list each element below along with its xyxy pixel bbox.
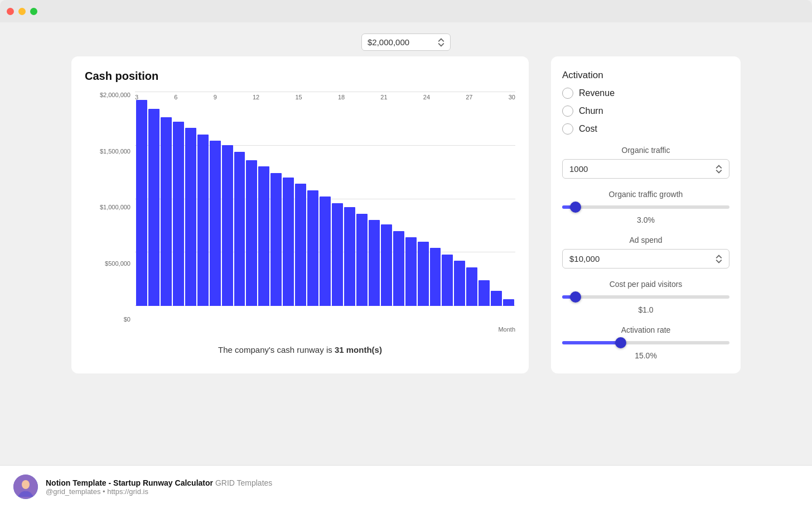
chart-area: $2,000,000 $1,500,000 $1,000,000 $500,00… (85, 92, 515, 334)
bar-25 (430, 248, 441, 306)
radio-label-churn: Churn (579, 106, 603, 116)
organic-traffic-growth-section: Organic traffic growth 3.0% (562, 190, 729, 224)
bar-23 (405, 237, 417, 306)
bar-19 (356, 214, 368, 306)
ad-spend-spinner[interactable] (716, 255, 722, 263)
organic-traffic-growth-thumb[interactable] (570, 202, 581, 213)
radio-churn[interactable]: Churn (562, 106, 729, 117)
bar-26 (442, 255, 453, 306)
page-wrapper: $2,000,000 Cash position $2,000,000 $1,5… (71, 22, 741, 373)
bar-20 (369, 220, 380, 306)
bar-13 (283, 178, 294, 306)
bar-5 (185, 128, 196, 306)
organic-traffic-growth-track[interactable] (562, 205, 729, 209)
y-axis: $2,000,000 $1,500,000 $1,000,000 $500,00… (85, 92, 135, 323)
panels-row: Cash position $2,000,000 $1,500,000 $1,0… (71, 56, 741, 373)
footer-title-text: Notion Template - Startup Runway Calcula… (46, 478, 213, 487)
svg-point-2 (22, 481, 29, 488)
bar-14 (295, 184, 306, 306)
activation-rate-thumb[interactable] (615, 337, 626, 348)
bar-28 (466, 267, 477, 306)
footer-avatar (13, 475, 38, 499)
bar-15 (307, 190, 318, 306)
chart-body: 36912151821242730 (135, 92, 515, 323)
chart-title: Cash position (85, 70, 515, 83)
y-label-1m: $1,000,000 (100, 204, 130, 210)
title-bar (0, 0, 812, 22)
bar-7 (210, 141, 221, 306)
traffic-light-red[interactable] (7, 8, 14, 15)
bar-4 (173, 122, 184, 306)
bar-30 (491, 291, 502, 306)
cost-per-visitor-track[interactable] (562, 295, 729, 299)
bar-10 (246, 160, 257, 306)
ad-spend-value: $10,000 (569, 254, 600, 263)
radio-label-revenue: Revenue (579, 88, 615, 98)
bar-16 (320, 197, 331, 306)
organic-traffic-growth-value: 3.0% (562, 215, 729, 224)
bar-2 (148, 109, 160, 306)
bar-11 (258, 166, 269, 306)
traffic-light-green[interactable] (30, 8, 37, 15)
activation-rate-track[interactable] (562, 341, 729, 344)
bar-3 (161, 117, 172, 306)
organic-traffic-input[interactable]: 1000 (562, 159, 729, 179)
bar-21 (381, 224, 392, 306)
footer-author-label: GRID Templates (215, 478, 272, 487)
bar-18 (344, 207, 355, 306)
radio-label-cost: Cost (579, 124, 597, 134)
footer-url: https://grid.is (107, 487, 148, 496)
bar-31 (503, 299, 514, 306)
ad-spend-input[interactable]: $10,000 (562, 249, 729, 269)
radio-circle-revenue[interactable] (562, 88, 573, 99)
spinner-arrows[interactable] (438, 38, 444, 47)
cost-per-visitor-label: Cost per paid visitors (562, 280, 729, 289)
footer-title: Notion Template - Startup Runway Calcula… (46, 478, 272, 487)
bar-29 (478, 280, 490, 306)
bar-6 (197, 135, 209, 306)
footer-handle: @grid_templates (46, 487, 100, 496)
radio-circle-cost[interactable] (562, 123, 573, 135)
bar-17 (332, 203, 343, 306)
footer-sub: @grid_templates • https://grid.is (46, 487, 272, 496)
organic-traffic-label: Organic traffic (562, 146, 729, 155)
footer: Notion Template - Startup Runway Calcula… (0, 465, 812, 508)
bars-container (135, 92, 515, 306)
activation-title: Activation (562, 70, 729, 81)
y-label-500k: $500,000 (105, 260, 130, 267)
activation-rate-section: Activation rate 15.0% (562, 325, 729, 360)
activation-section: Activation Revenue Churn Cost (562, 70, 729, 135)
radio-circle-churn[interactable] (562, 106, 573, 117)
y-label-0: $0 (124, 316, 130, 323)
starting-cash-value: $2,000,000 (368, 37, 409, 47)
radio-cost[interactable]: Cost (562, 123, 729, 135)
organic-traffic-section: Organic traffic 1000 (562, 146, 729, 179)
cost-per-visitor-value: $1.0 (562, 305, 729, 314)
right-panel: Activation Revenue Churn Cost (551, 56, 741, 373)
bar-22 (393, 231, 404, 306)
activation-rate-fill (562, 341, 621, 344)
top-area: $2,000,000 (71, 22, 741, 56)
radio-group: Revenue Churn Cost (562, 88, 729, 135)
ad-spend-label: Ad spend (562, 236, 729, 245)
cost-per-visitor-thumb[interactable] (570, 291, 581, 303)
runway-prefix: The company's cash runway is (218, 345, 335, 354)
bar-1 (136, 100, 147, 306)
bar-12 (270, 173, 282, 306)
footer-info: Notion Template - Startup Runway Calcula… (46, 478, 272, 496)
runway-text: The company's cash runway is 31 month(s) (85, 345, 515, 360)
y-label-1-5m: $1,500,000 (100, 148, 130, 155)
runway-value: 31 month(s) (335, 345, 382, 354)
starting-cash-input[interactable]: $2,000,000 (361, 33, 451, 51)
bar-24 (418, 242, 429, 306)
ad-spend-section: Ad spend $10,000 (562, 236, 729, 269)
cost-per-visitor-section: Cost per paid visitors $1.0 (562, 280, 729, 314)
organic-traffic-growth-label: Organic traffic growth (562, 190, 729, 199)
traffic-light-yellow[interactable] (18, 8, 26, 15)
radio-revenue[interactable]: Revenue (562, 88, 729, 99)
activation-rate-label: Activation rate (562, 325, 729, 334)
y-label-2m: $2,000,000 (100, 92, 130, 98)
bar-9 (234, 152, 245, 306)
organic-traffic-spinner[interactable] (716, 165, 722, 174)
x-axis-title: Month (498, 326, 515, 333)
